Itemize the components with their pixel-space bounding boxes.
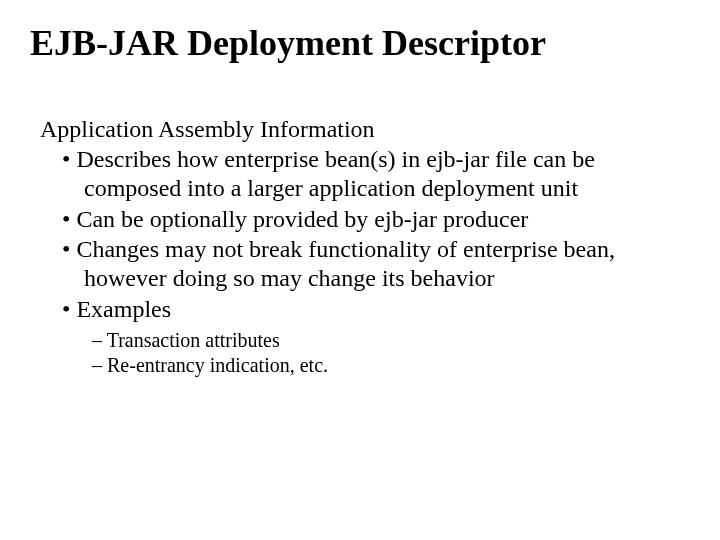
bullet-item: Can be optionally provided by ejb-jar pr… [40, 205, 690, 234]
sub-bullet-item: Transaction attributes [40, 328, 690, 353]
sub-bullet-list: Transaction attributes Re-entrancy indic… [40, 328, 690, 378]
section-subtitle: Application Assembly Information [40, 116, 690, 143]
sub-bullet-item: Re-entrancy indication, etc. [40, 353, 690, 378]
bullet-item: Examples [40, 295, 690, 324]
bullet-item: Changes may not break functionality of e… [40, 235, 690, 293]
slide-title: EJB-JAR Deployment Descriptor [30, 22, 690, 64]
bullet-list: Describes how enterprise bean(s) in ejb-… [40, 145, 690, 324]
bullet-item: Describes how enterprise bean(s) in ejb-… [40, 145, 690, 203]
